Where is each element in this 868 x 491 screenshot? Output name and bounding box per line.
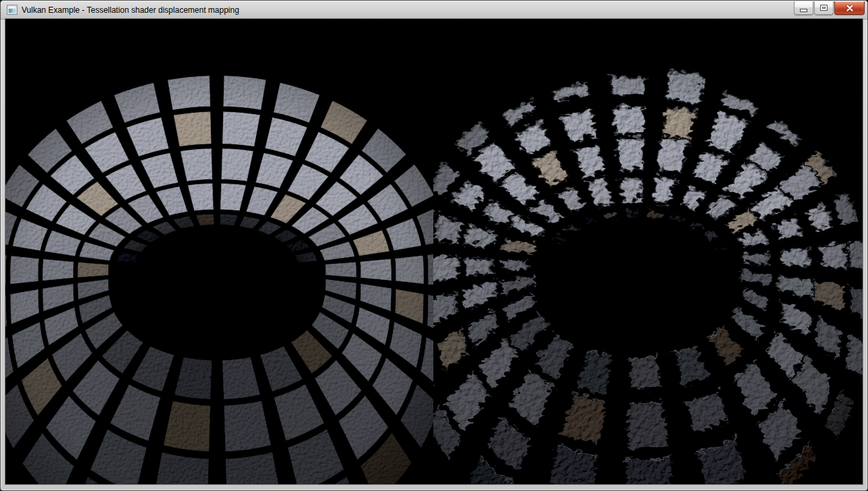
minimize-icon bbox=[800, 9, 807, 12]
render-area[interactable] bbox=[5, 19, 863, 484]
close-icon bbox=[846, 5, 854, 11]
application-icon[interactable] bbox=[7, 5, 18, 15]
maximize-icon bbox=[820, 5, 828, 11]
vulkan-render-viewport[interactable] bbox=[5, 19, 863, 484]
maximize-button[interactable] bbox=[814, 1, 834, 15]
title-bar[interactable]: Vulkan Example - Tessellation shader dis… bbox=[1, 1, 867, 20]
window-controls bbox=[793, 1, 865, 15]
application-icon-body bbox=[9, 9, 16, 13]
minimize-button[interactable] bbox=[794, 1, 813, 15]
vulkan-example-window: Vulkan Example - Tessellation shader dis… bbox=[0, 0, 868, 491]
torus-left-flat-shaded[interactable] bbox=[5, 19, 452, 484]
close-button[interactable] bbox=[834, 1, 865, 15]
torus-right-displacement-mapped[interactable] bbox=[402, 19, 863, 484]
window-title: Vulkan Example - Tessellation shader dis… bbox=[22, 5, 239, 15]
